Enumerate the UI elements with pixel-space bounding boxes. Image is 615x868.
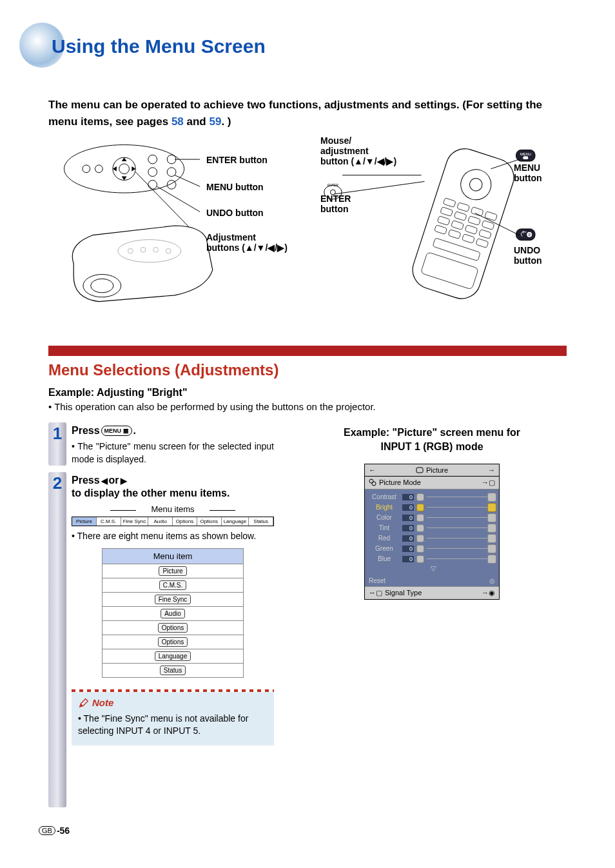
table-row: Language — [102, 649, 244, 663]
osd-row-value: 0 — [402, 535, 414, 542]
osd-header: ← Picture → — [365, 464, 499, 477]
osd-knob-left — [416, 493, 424, 501]
page-title: Using the Menu Screen — [52, 35, 266, 57]
note-pencil-icon — [78, 697, 90, 709]
remote-mouse-label: Mouse/ adjustment button (▲/▼/◀/▶) — [320, 135, 396, 166]
osd-slider-row: Color0 — [369, 513, 495, 523]
note-box: Note • The "Fine Sync" menu is not avail… — [72, 692, 274, 745]
osd-slider-track — [427, 528, 495, 528]
remote-menu-label: MENU button — [514, 163, 567, 183]
osd-row-value: 0 — [402, 546, 414, 552]
strip-item: Language — [222, 517, 249, 526]
osd-row-value: 0 — [402, 494, 414, 500]
example-heading: Example: Adjusting "Bright" — [48, 387, 187, 399]
osd-slider-row: Blue0 — [369, 554, 495, 564]
table-row: Options — [102, 620, 244, 635]
osd-mode-row: Picture Mode →▢ — [365, 477, 499, 489]
projector-undo-label: UNDO button — [206, 208, 264, 218]
example-right-title-line2: INPUT 1 (RGB) mode — [380, 441, 483, 452]
step-1-body: Press MENU ▦ . • The "Picture" menu scre… — [72, 422, 274, 466]
right-triangle-icon: ▶ — [121, 476, 127, 486]
example-right-title: Example: "Picture" screen menu for INPUT… — [316, 426, 548, 455]
osd-signal-label: Signal Type — [385, 589, 422, 597]
osd-knob-left — [416, 524, 424, 532]
intro-suffix: . ) — [221, 115, 231, 128]
osd-picture-icon — [416, 466, 424, 474]
page-link-58[interactable]: 58 — [171, 115, 184, 128]
svg-line-12 — [175, 175, 200, 187]
osd-row-value: 0 — [402, 504, 414, 511]
note-title-text: Note — [92, 697, 113, 708]
svg-point-16 — [91, 279, 113, 293]
page-number: GB -56 — [39, 825, 70, 836]
strip-item: Audio — [148, 517, 173, 526]
svg-point-4 — [119, 164, 130, 174]
osd-row-value: 0 — [402, 556, 414, 562]
table-row: C.M.S. — [102, 578, 244, 592]
table-cell: Options — [162, 624, 184, 631]
svg-point-6 — [148, 168, 157, 177]
step-2-number: 2 — [53, 473, 62, 493]
osd-left-arrow-icon: ← — [369, 466, 376, 474]
svg-text:R: R — [528, 233, 531, 237]
svg-point-1 — [83, 165, 90, 173]
osd-tab-label: Picture — [426, 466, 448, 474]
remote-enter-label: ENTER button — [320, 193, 351, 214]
osd-slider-row: Bright0 — [369, 502, 495, 513]
left-triangle-icon: ◀ — [101, 476, 108, 486]
projector-menu-label: MENU button — [206, 182, 264, 192]
projector-adj-line2: buttons (▲/▼/◀/▶) — [206, 242, 288, 253]
step-1-number: 1 — [53, 424, 62, 444]
osd-mode-icon — [369, 478, 376, 486]
osd-mode-label: Picture Mode — [379, 478, 421, 486]
step-2-body: Press ◀ or ▶ to display the other menu i… — [72, 472, 274, 807]
remote-diagram: MENU R ENTER Mouse/ adjustment — [314, 135, 567, 316]
strip-item: Options — [173, 517, 197, 526]
menu-button-label: MENU — [104, 428, 122, 434]
step-2-heading-prefix: Press — [72, 475, 100, 486]
table-row: Status — [102, 663, 244, 677]
osd-row-value: 0 — [402, 515, 414, 521]
osd-knob-left — [416, 514, 424, 522]
menu-items-label: Menu items — [72, 504, 274, 514]
osd-knob-left — [416, 545, 424, 553]
steps-column: 1 Press MENU ▦ . • The "Picture" menu sc… — [48, 422, 274, 814]
svg-rect-56 — [416, 468, 423, 473]
osd-row-label: Red — [369, 535, 400, 542]
strip-item: Picture — [72, 517, 97, 526]
strip-item: Status — [249, 517, 273, 526]
svg-point-5 — [148, 155, 157, 164]
svg-line-55 — [334, 181, 424, 194]
step-2-rail: 2 — [48, 472, 66, 807]
osd-slider-track — [427, 507, 495, 508]
remote-undo-label: UNDO button — [514, 245, 567, 266]
osd-reset-row: Reset ◎ — [365, 575, 499, 586]
remote-enter-line2: button — [320, 204, 349, 214]
osd-body: Contrast0Bright0Color0Tint0Red0Green0Blu… — [365, 489, 499, 575]
osd-knob-left — [416, 504, 424, 511]
page-number-text: -56 — [57, 825, 70, 836]
table-cell: Status — [164, 667, 182, 674]
section-title: Menu Selections (Adjustments) — [48, 361, 278, 379]
osd-slider-track — [427, 497, 495, 497]
osd-row-label: Green — [369, 545, 400, 552]
page-link-59[interactable]: 59 — [209, 115, 221, 128]
remote-enter-line1: ENTER — [320, 193, 351, 204]
step-2-heading: Press ◀ or ▶ to display the other menu i… — [72, 475, 274, 499]
osd-row-value: 0 — [402, 525, 414, 531]
table-cell: Options — [162, 638, 184, 646]
menu-items-table: Menu item Picture C.M.S. Fine Sync Audio… — [102, 548, 244, 678]
table-cell: Picture — [162, 567, 182, 575]
osd-slider-track — [427, 538, 495, 538]
strip-item: Fine Sync — [121, 517, 149, 526]
svg-rect-47 — [516, 229, 535, 241]
step-1-desc: • The "Picture" menu screen for the sele… — [72, 440, 274, 466]
intro-mid: and — [184, 115, 210, 128]
example-right-title-line1: Example: "Picture" screen menu for — [344, 427, 520, 438]
osd-signal-icon: ↔▢ — [369, 589, 382, 597]
intro-prefix: The menu can be operated to achieve two … — [48, 99, 542, 128]
osd-mode-arrow-icon: →▢ — [482, 478, 495, 487]
step-2-heading-mid: or — [109, 475, 119, 486]
osd-slider-row: Red0 — [369, 533, 495, 544]
osd-knob-left — [416, 535, 424, 542]
